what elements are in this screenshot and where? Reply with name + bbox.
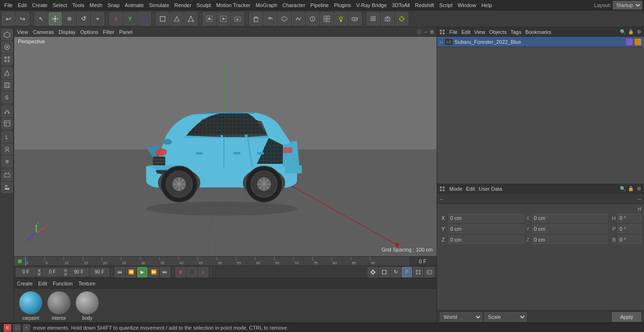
sidebar-btn-10[interactable] bbox=[1, 144, 13, 155]
generator-btn[interactable] bbox=[320, 12, 333, 25]
sidebar-btn-12[interactable] bbox=[1, 170, 13, 181]
grid-btn[interactable] bbox=[367, 12, 380, 25]
sidebar-btn-9[interactable]: L bbox=[1, 131, 13, 143]
world-select[interactable]: World bbox=[440, 312, 482, 322]
material-interior[interactable]: interior bbox=[47, 291, 71, 321]
goto-start-btn[interactable]: ⏮ bbox=[115, 267, 125, 277]
coord-z-pos[interactable] bbox=[448, 235, 524, 244]
vp-menu-view[interactable]: View bbox=[17, 29, 28, 35]
coord-x-pos[interactable] bbox=[448, 214, 524, 222]
menu-create[interactable]: Create bbox=[30, 1, 50, 9]
vp-icon-3[interactable]: ⊞ bbox=[430, 29, 434, 34]
curve-btn[interactable] bbox=[264, 12, 277, 25]
menu-vray[interactable]: V-Ray Bridge bbox=[354, 1, 389, 9]
menu-edit[interactable]: Edit bbox=[16, 1, 29, 9]
sidebar-btn-11[interactable]: ⚙ bbox=[1, 156, 13, 167]
snapshot-btn[interactable] bbox=[381, 12, 394, 25]
sidebar-btn-3[interactable] bbox=[1, 54, 13, 65]
camera-btn[interactable] bbox=[348, 12, 362, 25]
menu-character[interactable]: Character bbox=[280, 1, 307, 9]
autokey-btn[interactable]: A bbox=[198, 267, 208, 277]
spline-btn[interactable] bbox=[292, 12, 305, 25]
sidebar-btn-8[interactable] bbox=[1, 118, 13, 129]
mat-menu-edit[interactable]: Edit bbox=[38, 281, 47, 286]
menu-snap[interactable]: Snap bbox=[105, 1, 122, 9]
play-btn[interactable]: ▶ bbox=[137, 267, 148, 277]
start-frame-input[interactable] bbox=[16, 268, 36, 276]
attr-menu-user-data[interactable]: User Data bbox=[479, 186, 503, 192]
menu-motion-tracker[interactable]: Motion Tracker bbox=[214, 1, 253, 9]
attr-settings-icon[interactable]: ⚙ bbox=[636, 186, 642, 192]
pb-p-btn[interactable]: P bbox=[402, 267, 412, 277]
coord-h-val[interactable] bbox=[618, 214, 641, 222]
vp-icon-1[interactable]: ⬡ bbox=[417, 29, 421, 34]
attr-search-icon[interactable]: 🔍 bbox=[619, 186, 626, 192]
menu-sculpt[interactable]: Sculpt bbox=[194, 1, 214, 9]
pb-grid-btn[interactable] bbox=[413, 267, 423, 277]
record-btn[interactable]: ⏺ bbox=[175, 267, 186, 277]
mat-menu-texture[interactable]: Texture bbox=[78, 281, 95, 286]
goto-end-btn[interactable]: ⏭ bbox=[160, 267, 170, 277]
scale-tool-btn[interactable]: ⊞ bbox=[63, 12, 76, 25]
menu-3dtoall[interactable]: 3DToAll bbox=[389, 1, 412, 9]
sidebar-btn-6[interactable]: S bbox=[1, 92, 13, 103]
vp-menu-panel[interactable]: Panel bbox=[119, 29, 132, 35]
menu-select[interactable]: Select bbox=[50, 1, 70, 9]
obj-menu-file[interactable]: File bbox=[449, 29, 458, 35]
coord-b-val[interactable] bbox=[618, 235, 641, 244]
current-frame-input[interactable] bbox=[42, 268, 62, 276]
menu-tools[interactable]: Tools bbox=[70, 1, 87, 9]
deformer-btn[interactable] bbox=[306, 12, 319, 25]
coord-y-rot[interactable] bbox=[532, 225, 608, 233]
obj-lock-btn[interactable]: 🔒 bbox=[627, 29, 634, 35]
redo-button[interactable]: ↪ bbox=[16, 12, 29, 25]
obj-search-icon-btn[interactable]: 🔍 bbox=[619, 29, 626, 35]
coord-z-rot[interactable] bbox=[532, 235, 608, 244]
menu-redshift[interactable]: Redshift bbox=[413, 1, 436, 9]
material-carpaint[interactable]: carpaint bbox=[19, 291, 42, 321]
render-active-btn[interactable] bbox=[217, 12, 230, 25]
attr-menu-edit[interactable]: Edit bbox=[466, 186, 475, 192]
pb-scale-btn[interactable] bbox=[379, 267, 389, 277]
table-row[interactable]: ▷ L0 Subaru_Forester_2022_Blue bbox=[437, 37, 644, 47]
sidebar-btn-7[interactable] bbox=[1, 105, 13, 117]
menu-window[interactable]: Window bbox=[455, 1, 479, 9]
pb-rot-btn[interactable]: ↻ bbox=[390, 267, 401, 277]
pb-key-btn[interactable] bbox=[424, 267, 435, 277]
menu-animate[interactable]: Animate bbox=[123, 1, 146, 9]
object-mode-btn[interactable] bbox=[156, 12, 169, 25]
obj-menu-view[interactable]: View bbox=[474, 29, 486, 35]
coord-x-rot[interactable] bbox=[532, 214, 608, 222]
3d-viewport[interactable]: Perspective Grid Spacing : 100 cm X Y bbox=[14, 37, 437, 256]
attr-lock-icon[interactable]: 🔒 bbox=[627, 186, 634, 192]
layout-select[interactable]: Startup bbox=[613, 1, 642, 9]
menu-render[interactable]: Render bbox=[172, 1, 194, 9]
obj-settings-btn[interactable]: ⚙ bbox=[636, 29, 642, 35]
light-btn[interactable] bbox=[395, 12, 408, 25]
obj-menu-edit[interactable]: Edit bbox=[462, 29, 471, 35]
x-axis-btn[interactable]: X bbox=[109, 12, 123, 25]
current-frame-stepper[interactable]: ▲ ▼ bbox=[63, 268, 68, 276]
sidebar-btn-4[interactable] bbox=[1, 67, 13, 79]
sidebar-btn-2[interactable] bbox=[1, 41, 13, 53]
menu-pipeline[interactable]: Pipeline bbox=[308, 1, 331, 9]
end-frame-input[interactable] bbox=[69, 268, 89, 276]
material-body[interactable]: body bbox=[75, 291, 99, 321]
vp-menu-cameras[interactable]: Cameras bbox=[33, 29, 54, 35]
menu-help[interactable]: Help bbox=[479, 1, 495, 9]
transform-tool[interactable]: + bbox=[91, 12, 104, 25]
move-tool[interactable] bbox=[49, 12, 62, 25]
timeline-track[interactable]: 0 5 10 15 20 25 30 35 bbox=[25, 257, 408, 266]
menu-simulate[interactable]: Simulate bbox=[147, 1, 172, 9]
obj-menu-objects[interactable]: Objects bbox=[489, 29, 506, 35]
step-forward-btn[interactable]: ⏩ bbox=[149, 267, 159, 277]
pb-move-btn[interactable] bbox=[368, 267, 378, 277]
menu-mograph[interactable]: MoGraph bbox=[253, 1, 280, 9]
undo-button[interactable]: ↩ bbox=[2, 12, 15, 25]
obj-menu-bookmarks[interactable]: Bookmarks bbox=[525, 29, 551, 35]
mat-menu-function[interactable]: Function bbox=[53, 281, 73, 286]
sidebar-btn-1[interactable] bbox=[1, 29, 13, 40]
y-axis-btn[interactable]: Y bbox=[124, 12, 137, 25]
render-to-picture-viewer[interactable] bbox=[231, 12, 244, 25]
obj-menu-tags[interactable]: Tags bbox=[511, 29, 521, 35]
